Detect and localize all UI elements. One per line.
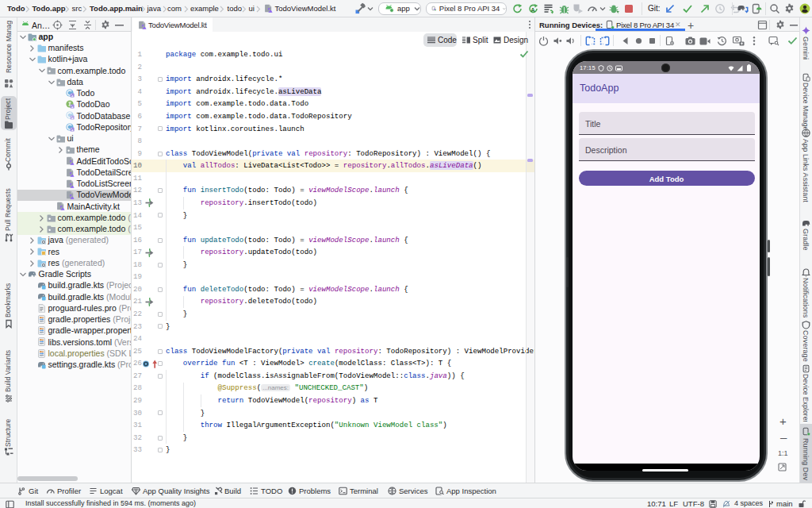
svg-text:A: A: [530, 6, 535, 13]
